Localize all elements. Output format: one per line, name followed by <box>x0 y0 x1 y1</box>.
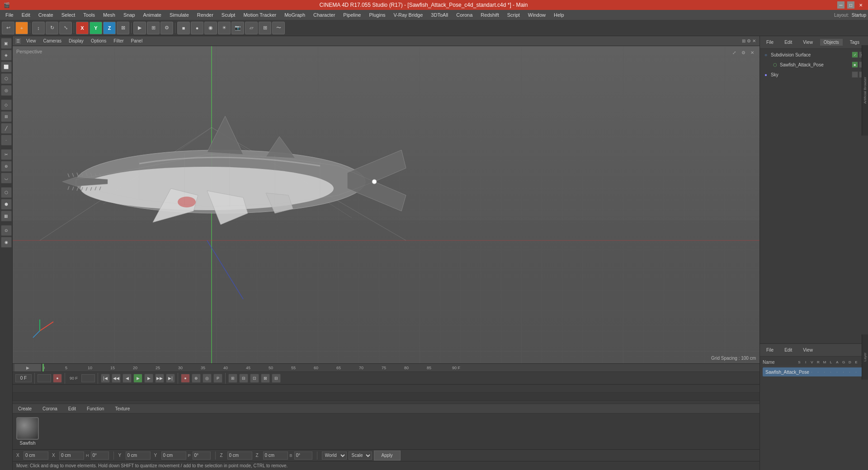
obj-file-tab[interactable]: File <box>763 39 777 46</box>
cylinder-btn[interactable]: ◉ <box>204 22 217 34</box>
mesh-btn[interactable]: ⊞ <box>1 111 12 122</box>
coord-p-val[interactable] <box>193 451 211 460</box>
menu-select[interactable]: Select <box>58 11 79 19</box>
cameras-menu[interactable]: Cameras <box>41 38 65 44</box>
obj-objects-tab[interactable]: Objects <box>820 39 843 46</box>
play-btn[interactable]: ▶ <box>133 374 142 383</box>
attrs-obj-row[interactable]: Sawfish_Attack_Pose · · · · · · · · · · … <box>763 367 865 376</box>
weight-btn[interactable]: ⊙ <box>1 225 12 236</box>
sphere-btn[interactable]: ● <box>191 22 203 34</box>
sky-check1[interactable] <box>852 71 858 78</box>
menu-mograph[interactable]: MoGraph <box>281 11 309 19</box>
viewport-settings-icon[interactable]: ⚙ <box>740 49 747 56</box>
sawfish-material-swatch[interactable] <box>16 417 39 440</box>
magnet-btn[interactable]: ⊛ <box>1 161 12 172</box>
coord-h-val[interactable] <box>91 451 109 460</box>
menu-tools[interactable]: Tools <box>80 11 99 19</box>
extrude-btn[interactable]: ⬡ <box>1 187 12 198</box>
scale-tool[interactable]: ⤡ <box>59 22 72 34</box>
bevel-btn[interactable]: ⬢ <box>1 199 12 210</box>
select-tool-btn[interactable]: ▣ <box>1 38 12 49</box>
loop-select-btn[interactable]: ◎ <box>1 85 12 96</box>
mat-corona-btn[interactable]: Corona <box>39 406 61 412</box>
camera-btn[interactable]: 📷 <box>231 22 244 34</box>
coord-x-rot[interactable] <box>59 451 84 460</box>
current-frame-input[interactable]: 0 F <box>15 374 32 382</box>
coord-z-rot[interactable] <box>263 451 288 460</box>
key-sel-btn[interactable]: ◎ <box>203 374 212 383</box>
menu-help[interactable]: Help <box>550 11 568 19</box>
menu-file[interactable]: File <box>2 11 17 19</box>
rotate-tool[interactable]: ↻ <box>46 22 58 34</box>
poly-select-btn[interactable]: ⬡ <box>1 73 12 84</box>
ai-sidebar-tab[interactable]: Artificial Browser <box>862 45 868 136</box>
step-forward-btn[interactable]: ▶ <box>144 374 153 383</box>
menu-edit[interactable]: Edit <box>18 11 34 19</box>
menu-character[interactable]: Character <box>310 11 339 19</box>
viewport-close-icon[interactable]: ✕ <box>749 49 756 56</box>
render-btn[interactable]: ▶ <box>133 22 146 34</box>
menu-motion-tracker[interactable]: Motion Tracker <box>240 11 280 19</box>
timeline-extra5[interactable]: ⊟ <box>272 374 281 383</box>
obj-subdivision-surface[interactable]: ○ Subdivision Surface ✓ ✓ <box>761 50 867 60</box>
paint-btn[interactable]: ◉ <box>1 237 12 248</box>
move-tool[interactable]: ↕ <box>32 22 45 34</box>
timeline-extra4[interactable]: ⊠ <box>261 374 270 383</box>
menu-mesh[interactable]: Mesh <box>99 11 119 19</box>
point-btn[interactable]: · <box>1 135 12 146</box>
maximize-button[interactable]: □ <box>847 1 854 9</box>
close-button[interactable]: ✕ <box>857 1 864 9</box>
display-menu[interactable]: Display <box>66 38 86 44</box>
knife-btn[interactable]: ✂ <box>1 149 12 160</box>
timeline-extra2[interactable]: ⊟ <box>239 374 248 383</box>
redo-button[interactable]: + <box>15 22 28 34</box>
edge-btn[interactable]: ╱ <box>1 123 12 134</box>
menu-corona[interactable]: Corona <box>453 11 476 19</box>
mat-create-btn[interactable]: Create <box>14 406 35 412</box>
view-menu[interactable]: View <box>24 38 39 44</box>
record-active-btn[interactable]: ● <box>181 374 190 383</box>
panel-menu[interactable]: Panel <box>128 38 146 44</box>
menu-animate[interactable]: Animate <box>140 11 165 19</box>
brush-btn[interactable]: ◡ <box>1 173 12 183</box>
minimize-button[interactable]: ─ <box>837 1 844 9</box>
menu-redshift[interactable]: Redshift <box>477 11 502 19</box>
menu-simulate[interactable]: Simulate <box>166 11 193 19</box>
render-region[interactable]: ⊞ <box>147 22 160 34</box>
light-btn[interactable]: ☀ <box>218 22 231 34</box>
mat-function-btn[interactable]: Function <box>83 406 108 412</box>
viewport[interactable]: Perspective Grid Spacing : 100 cm ⤢ ⚙ ✕ <box>13 46 760 363</box>
layer-sidebar-tab[interactable]: Layer <box>862 334 868 380</box>
play-backwards-btn[interactable]: ◀◀ <box>112 374 121 383</box>
model-mode-btn[interactable]: ◇ <box>1 99 12 110</box>
obj-tags-tab[interactable]: Tags <box>846 39 863 46</box>
material-slot[interactable]: Sawfish <box>16 417 39 446</box>
render-settings[interactable]: ⚙ <box>160 22 173 34</box>
filter-menu[interactable]: Filter <box>111 38 126 44</box>
coord-y-rot[interactable] <box>161 451 186 460</box>
obj-edit-tab[interactable]: Edit <box>781 39 796 46</box>
timeline-record-btn[interactable]: ● <box>53 374 62 383</box>
motion-path-btn[interactable]: P <box>213 374 222 383</box>
coord-y-pos[interactable] <box>126 451 151 460</box>
mat-texture-btn[interactable]: Texture <box>111 406 133 412</box>
attrs-view-tab[interactable]: View <box>799 347 816 353</box>
deformer-btn[interactable]: 〜 <box>272 22 285 34</box>
frame-end-input[interactable] <box>81 374 95 382</box>
timeline-extra3[interactable]: ⊡ <box>250 374 259 383</box>
scale-dropdown[interactable]: Scale Size <box>349 451 372 460</box>
axis-z-btn[interactable]: Z <box>103 22 116 34</box>
frame-range-input[interactable] <box>38 374 51 382</box>
menu-plugins[interactable]: Plugins <box>365 11 389 19</box>
undo-button[interactable]: ↩ <box>2 22 14 34</box>
world-dropdown[interactable]: World Object <box>322 451 347 460</box>
menu-3dtoall[interactable]: 3DToAll <box>427 11 452 19</box>
menu-vray[interactable]: V-Ray Bridge <box>390 11 427 19</box>
coord-b-val[interactable] <box>294 451 312 460</box>
menu-script[interactable]: Script <box>504 11 524 19</box>
attrs-edit-tab[interactable]: Edit <box>781 347 796 353</box>
viewport-maximize-icon[interactable]: ⤢ <box>731 49 738 56</box>
mat-edit-btn[interactable]: Edit <box>65 406 80 412</box>
mograph-btn[interactable]: ⊞ <box>259 22 271 34</box>
obj-sawfish-pose[interactable]: ⬡ Sawfish_Attack_Pose ■ <box>761 60 867 70</box>
